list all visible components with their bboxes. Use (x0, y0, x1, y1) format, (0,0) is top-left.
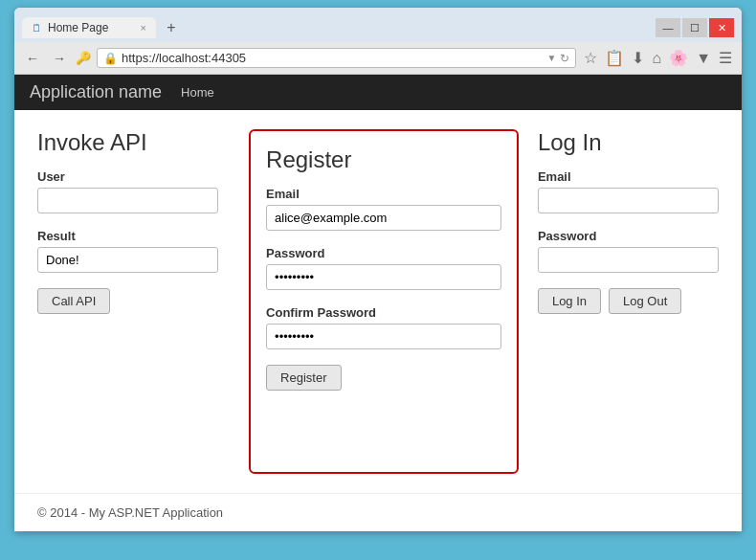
forward-button[interactable]: → (49, 49, 70, 68)
refresh-icon[interactable]: ↻ (560, 52, 569, 65)
home-icon[interactable]: ⌂ (650, 48, 663, 69)
tab-icon: 🗒 (32, 22, 42, 34)
register-password-input[interactable] (266, 264, 501, 290)
maximize-button[interactable]: ☐ (682, 18, 707, 37)
menu-icon[interactable]: ☰ (717, 47, 734, 69)
register-email-group: Email (266, 187, 501, 242)
invoke-api-section: Invoke API User Result Call API (37, 129, 237, 474)
toolbar-dropdown-icon[interactable]: ▼ (694, 48, 713, 69)
user-label: User (37, 169, 218, 184)
app-name: Application name (30, 82, 162, 102)
register-confirm-password-input[interactable] (266, 324, 501, 349)
address-bar: ← → 🔑 🔒 https://localhost:44305 ▼ ↻ ☆ 📋 … (14, 42, 742, 75)
new-tab-button[interactable]: + (160, 16, 183, 39)
register-section: Register Email Password Confirm Password… (249, 129, 519, 474)
result-field-group: Result (37, 229, 218, 284)
extensions-icon[interactable]: 🌸 (667, 47, 690, 69)
user-input[interactable] (37, 188, 218, 213)
login-password-input[interactable] (538, 247, 719, 273)
register-password-group: Password (266, 246, 501, 302)
home-nav-link[interactable]: Home (181, 85, 214, 100)
close-button[interactable]: ✕ (709, 18, 734, 37)
invoke-api-title: Invoke API (37, 129, 218, 156)
footer: © 2014 - My ASP.NET Application (14, 493, 742, 531)
login-title: Log In (538, 129, 719, 156)
login-email-group: Email (538, 169, 719, 225)
browser-window: 🗒 Home Page × + — ☐ ✕ ← → 🔑 🔒 https://lo… (14, 8, 742, 531)
nav-bar: Application name Home (14, 75, 742, 110)
download-icon[interactable]: ⬇ (630, 47, 646, 69)
star-icon[interactable]: ☆ (582, 47, 599, 69)
footer-text: © 2014 - My ASP.NET Application (37, 505, 223, 520)
tab-title: Home Page (48, 21, 108, 34)
register-confirm-password-group: Confirm Password (266, 305, 501, 361)
call-api-button[interactable]: Call API (37, 288, 110, 314)
toolbar-icons: ☆ 📋 ⬇ ⌂ 🌸 ▼ ☰ (582, 47, 734, 69)
login-password-label: Password (538, 229, 719, 243)
login-button[interactable]: Log In (538, 288, 601, 314)
url-bar[interactable]: 🔒 https://localhost:44305 ▼ ↻ (97, 48, 576, 68)
minimize-button[interactable]: — (656, 18, 680, 37)
login-email-label: Email (538, 169, 719, 184)
title-bar: 🗒 Home Page × + — ☐ ✕ (14, 8, 742, 42)
register-password-label: Password (266, 246, 501, 260)
login-section: Log In Email Password Log In Log Out (530, 129, 719, 474)
result-label: Result (37, 229, 218, 243)
main-content: Invoke API User Result Call API Register… (14, 110, 742, 493)
url-text: https://localhost:44305 (122, 51, 544, 65)
logout-button[interactable]: Log Out (609, 288, 681, 314)
dropdown-icon[interactable]: ▼ (547, 53, 557, 63)
login-password-group: Password (538, 229, 719, 284)
user-field-group: User (37, 169, 218, 225)
login-buttons: Log In Log Out (538, 288, 719, 314)
register-email-label: Email (266, 187, 501, 201)
result-input[interactable] (37, 247, 218, 273)
key-icon: 🔑 (76, 51, 91, 65)
clipboard-icon[interactable]: 📋 (603, 47, 626, 69)
window-controls: — ☐ ✕ (656, 18, 734, 37)
tab-close-icon[interactable]: × (141, 22, 146, 34)
back-button[interactable]: ← (22, 49, 43, 68)
register-confirm-password-label: Confirm Password (266, 305, 501, 320)
register-button[interactable]: Register (266, 365, 341, 391)
register-title: Register (266, 146, 501, 173)
lock-icon: 🔒 (103, 52, 118, 65)
browser-tab[interactable]: 🗒 Home Page × (22, 17, 156, 38)
register-email-input[interactable] (266, 205, 501, 231)
login-email-input[interactable] (538, 188, 719, 213)
